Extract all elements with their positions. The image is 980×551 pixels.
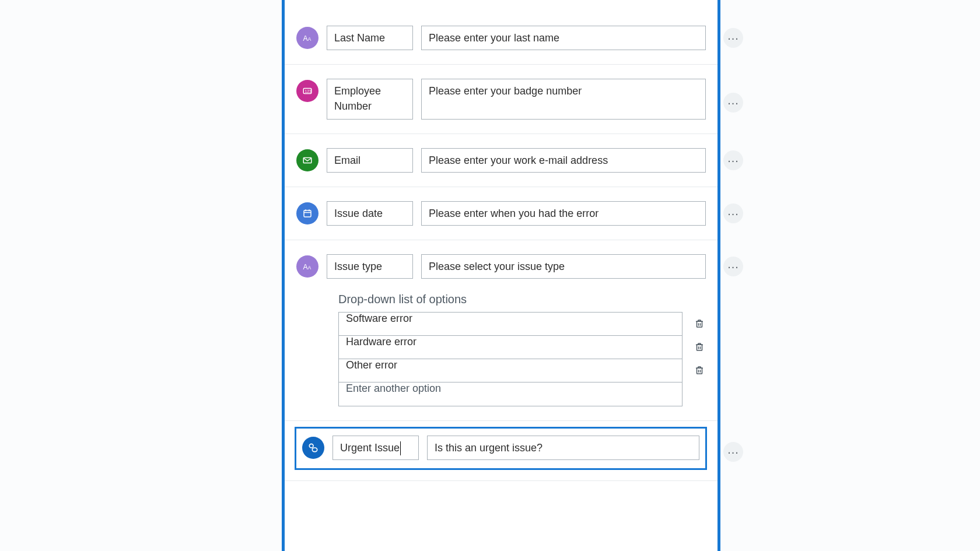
field-desc-input[interactable]: Please select your issue type xyxy=(421,254,706,279)
field-email[interactable]: Email Please enter your work e-mail addr… xyxy=(285,134,718,187)
text-type-icon: A A xyxy=(296,255,318,278)
trash-icon xyxy=(694,318,705,329)
field-label-input[interactable]: Issue date xyxy=(327,201,413,226)
field-desc-input[interactable]: Please enter your last name xyxy=(421,26,706,50)
number-type-icon: 123 xyxy=(296,80,318,102)
field-urgent-issue[interactable]: Urgent Issue Is this an urgent issue? ··… xyxy=(285,427,718,481)
trash-icon xyxy=(694,365,705,375)
dropdown-option-row[interactable]: Other error xyxy=(339,359,682,382)
field-employee-number[interactable]: 123 Employee Number Please enter your ba… xyxy=(285,65,718,134)
svg-rect-11 xyxy=(697,321,702,327)
field-last-name[interactable]: A A Last Name Please enter your last nam… xyxy=(285,0,718,65)
dropdown-options-section: Drop-down list of options Software error… xyxy=(338,293,706,406)
ellipsis-icon: ··· xyxy=(727,207,739,220)
dropdown-option-input[interactable]: Other error xyxy=(339,359,682,382)
delete-option-button[interactable] xyxy=(693,359,706,382)
selected-field-frame: Urgent Issue Is this an urgent issue? xyxy=(295,427,707,470)
dropdown-option-input[interactable]: Software error xyxy=(339,313,682,336)
field-label-text: Urgent Issue xyxy=(340,442,400,454)
svg-rect-21 xyxy=(312,448,317,452)
svg-point-20 xyxy=(309,444,313,448)
svg-rect-14 xyxy=(697,345,702,350)
field-label-input[interactable]: Employee Number xyxy=(327,79,413,120)
ellipsis-icon: ··· xyxy=(727,96,739,110)
delete-option-button[interactable] xyxy=(693,312,706,335)
field-more-button[interactable]: ··· xyxy=(723,150,743,170)
dropdown-options-title: Drop-down list of options xyxy=(338,293,706,306)
envelope-icon xyxy=(296,149,318,171)
dropdown-option-list: Software error Hardware error Other erro… xyxy=(338,312,682,406)
calendar-icon xyxy=(296,202,318,224)
field-label-input[interactable]: Email xyxy=(327,148,413,173)
field-issue-date[interactable]: Issue date Please enter when you had the… xyxy=(285,187,718,240)
svg-rect-17 xyxy=(697,368,702,374)
svg-text:A: A xyxy=(308,37,312,42)
field-more-button[interactable]: ··· xyxy=(723,442,743,462)
text-caret xyxy=(400,441,401,455)
toggle-icon xyxy=(302,437,324,459)
field-more-button[interactable]: ··· xyxy=(723,257,743,276)
field-label-input[interactable]: Urgent Issue xyxy=(332,436,419,460)
field-label-input[interactable]: Issue type xyxy=(327,254,413,279)
text-type-icon: A A xyxy=(296,27,318,49)
ellipsis-icon: ··· xyxy=(727,445,739,459)
ellipsis-icon: ··· xyxy=(727,154,739,167)
ellipsis-icon: ··· xyxy=(727,260,739,273)
svg-text:A: A xyxy=(308,265,312,271)
dropdown-option-row[interactable]: Software error xyxy=(339,313,682,336)
field-issue-type[interactable]: A A Issue type Please select your issue … xyxy=(285,240,718,421)
trash-icon xyxy=(694,342,705,352)
field-desc-input[interactable]: Please enter your badge number xyxy=(421,79,706,120)
dropdown-add-option-row[interactable]: Enter another option xyxy=(339,382,682,406)
dropdown-add-option-input[interactable]: Enter another option xyxy=(339,382,682,406)
dropdown-option-input[interactable]: Hardware error xyxy=(339,336,682,359)
field-label-input[interactable]: Last Name xyxy=(327,26,413,50)
field-desc-input[interactable]: Please enter when you had the error xyxy=(421,201,706,226)
svg-rect-5 xyxy=(304,210,311,217)
field-desc-input[interactable]: Please enter your work e-mail address xyxy=(421,148,706,173)
field-more-button[interactable]: ··· xyxy=(723,203,743,223)
dropdown-option-row[interactable]: Hardware error xyxy=(339,336,682,359)
svg-text:A: A xyxy=(303,263,308,271)
form-card: A A Last Name Please enter your last nam… xyxy=(282,0,720,551)
field-more-button[interactable]: ··· xyxy=(723,93,743,113)
field-desc-input[interactable]: Is this an urgent issue? xyxy=(427,436,699,460)
svg-text:A: A xyxy=(303,34,308,43)
svg-text:123: 123 xyxy=(305,89,312,93)
delete-option-button[interactable] xyxy=(693,335,706,359)
ellipsis-icon: ··· xyxy=(727,31,739,45)
field-more-button[interactable]: ··· xyxy=(723,28,743,48)
